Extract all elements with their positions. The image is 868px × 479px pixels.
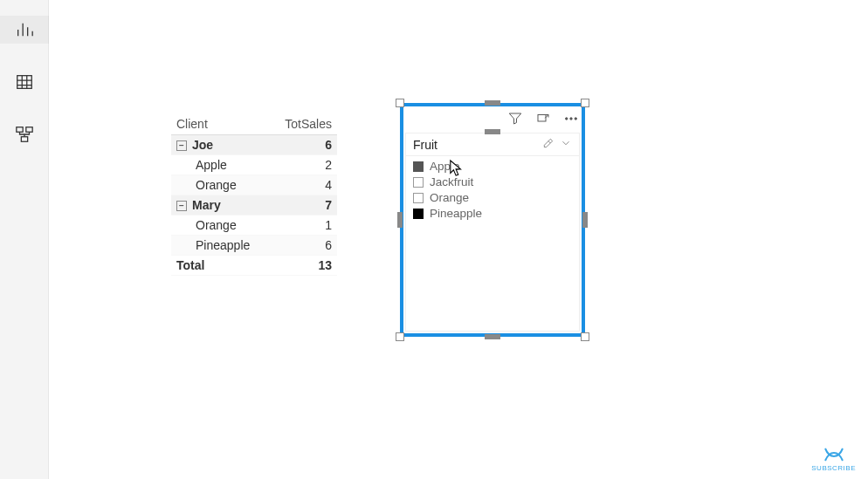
subscribe-label: SUBSCRIBE <box>811 464 856 472</box>
matrix-row[interactable]: Orange 1 <box>171 216 337 236</box>
group-subtotal: 7 <box>270 195 337 216</box>
checkbox-icon[interactable] <box>413 177 424 188</box>
slicer-item-label: Apple <box>430 160 460 173</box>
slicer-list: Apple Jackfruit Orange Pineapple <box>406 156 579 223</box>
total-label: Total <box>171 256 270 276</box>
group-subtotal: 6 <box>270 135 337 155</box>
svg-point-5 <box>566 118 568 120</box>
svg-point-6 <box>570 118 572 120</box>
matrix-row[interactable]: Orange 4 <box>171 175 337 195</box>
chevron-down-icon[interactable] <box>560 137 572 152</box>
collapse-icon[interactable]: − <box>176 140 187 151</box>
resize-handle[interactable] <box>581 332 589 341</box>
row-value: 4 <box>270 175 337 195</box>
filter-icon[interactable] <box>506 110 524 127</box>
row-label: Apple <box>176 158 227 172</box>
model-view-button[interactable] <box>0 120 49 148</box>
clear-selections-icon[interactable] <box>542 137 555 152</box>
slicer-item-label: Orange <box>430 191 469 204</box>
svg-rect-3 <box>21 137 27 142</box>
visual-header <box>405 108 580 129</box>
slicer-item-label: Pineapple <box>430 207 482 220</box>
slicer-header: Fruit <box>406 133 579 156</box>
resize-handle[interactable] <box>396 332 404 341</box>
report-canvas[interactable]: Client TotSales −Joe 6 Apple 2 Orange 4 <box>49 0 868 479</box>
resize-handle[interactable] <box>485 129 500 134</box>
total-value: 13 <box>270 256 337 276</box>
group-label: Joe <box>192 138 213 152</box>
slicer-title: Fruit <box>413 138 437 152</box>
matrix-header-totsales[interactable]: TotSales <box>270 113 337 135</box>
row-label: Orange <box>176 178 237 192</box>
svg-rect-1 <box>16 127 22 133</box>
view-switcher <box>0 0 49 479</box>
data-view-button[interactable] <box>0 68 49 96</box>
matrix-visual[interactable]: Client TotSales −Joe 6 Apple 2 Orange 4 <box>171 113 337 276</box>
svg-rect-4 <box>538 115 546 122</box>
matrix-group-row[interactable]: −Mary 7 <box>171 195 337 216</box>
resize-handle[interactable] <box>485 334 500 339</box>
matrix-row[interactable]: Apple 2 <box>171 155 337 175</box>
svg-point-7 <box>575 118 576 120</box>
resize-handle[interactable] <box>581 99 589 107</box>
row-label: Pineapple <box>176 238 250 252</box>
resize-handle[interactable] <box>397 212 403 228</box>
matrix-row[interactable]: Pineapple 6 <box>171 236 337 256</box>
matrix-total-row: Total 13 <box>171 256 337 276</box>
resize-handle[interactable] <box>582 212 588 228</box>
group-label: Mary <box>192 198 221 212</box>
subscribe-watermark: SUBSCRIBE <box>811 446 856 472</box>
resize-handle[interactable] <box>396 99 404 107</box>
matrix-header-client[interactable]: Client <box>171 113 270 135</box>
checkbox-icon[interactable] <box>413 209 424 219</box>
svg-rect-2 <box>25 127 31 133</box>
row-value: 6 <box>270 236 337 256</box>
slicer-item[interactable]: Jackfruit <box>413 175 572 188</box>
focus-mode-icon[interactable] <box>534 110 552 127</box>
slicer-item[interactable]: Apple <box>413 160 572 173</box>
checkbox-icon[interactable] <box>413 193 424 203</box>
slicer-item[interactable]: Orange <box>413 191 572 204</box>
row-label: Orange <box>176 218 237 232</box>
collapse-icon[interactable]: − <box>176 201 187 211</box>
slicer-body: Fruit Apple Jackfruit <box>405 133 580 332</box>
row-value: 2 <box>270 155 337 175</box>
report-view-button[interactable] <box>0 16 49 44</box>
row-value: 1 <box>270 216 337 236</box>
svg-rect-0 <box>17 76 31 89</box>
more-options-icon[interactable] <box>562 110 580 127</box>
matrix-group-row[interactable]: −Joe 6 <box>171 135 337 155</box>
checkbox-icon[interactable] <box>413 161 424 172</box>
slicer-visual-selected[interactable]: Fruit Apple Jackfruit <box>400 103 585 337</box>
resize-handle[interactable] <box>485 100 500 106</box>
slicer-item[interactable]: Pineapple <box>413 207 572 220</box>
slicer-item-label: Jackfruit <box>430 175 473 188</box>
